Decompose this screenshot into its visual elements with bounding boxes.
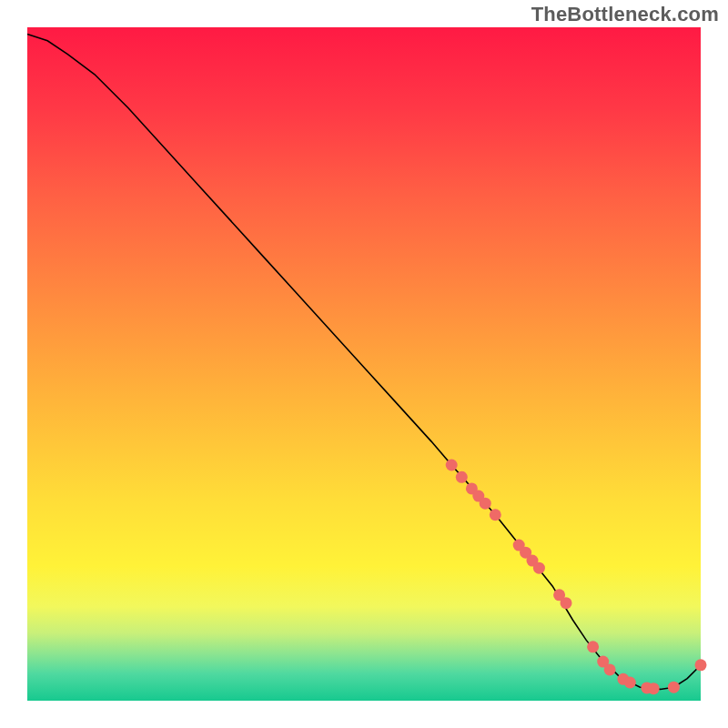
- data-marker: [604, 663, 616, 675]
- data-marker: [695, 659, 707, 671]
- data-marker: [624, 677, 636, 689]
- data-marker: [668, 682, 680, 693]
- gradient-background: [27, 27, 701, 701]
- data-marker: [561, 597, 572, 609]
- data-marker: [456, 471, 468, 483]
- data-marker: [648, 682, 660, 694]
- data-marker: [533, 562, 545, 574]
- data-marker: [587, 641, 599, 652]
- chart-container: TheBottleneck.com: [0, 0, 728, 728]
- chart-svg: [0, 0, 728, 728]
- data-marker: [490, 509, 501, 521]
- data-marker: [480, 498, 491, 510]
- data-marker: [446, 460, 458, 471]
- watermark-text: TheBottleneck.com: [531, 3, 719, 26]
